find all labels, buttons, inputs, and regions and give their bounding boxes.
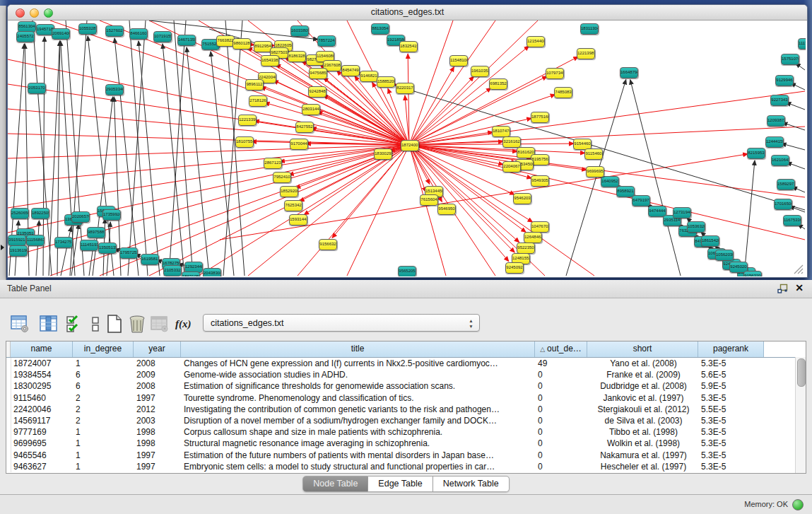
table-row[interactable]: 946554611997Estimation of the future num… — [6, 450, 806, 461]
column-header-in_degree[interactable]: in_degree — [73, 341, 134, 357]
graph-node[interactable]: 15931441 — [289, 214, 307, 226]
graph-node[interactable]: 9156320 — [743, 271, 762, 276]
column-header-short[interactable]: short — [587, 341, 698, 357]
graph-node[interactable]: 11175340 — [798, 38, 806, 49]
table-row[interactable]: 977716911998Corpus callosum shape and si… — [6, 426, 806, 438]
graph-node[interactable]: 18775160 — [531, 112, 549, 123]
vertical-scrollbar[interactable] — [795, 357, 806, 473]
graph-node[interactable]: 11548108 — [449, 55, 468, 66]
column-header-out_de[interactable]: △out_de… — [535, 341, 587, 357]
graph-node[interactable]: 10562030 — [715, 250, 734, 261]
graph-node[interactable]: 17957253 — [119, 247, 138, 259]
graph-node[interactable]: 3915921 — [8, 235, 26, 246]
graph-node[interactable]: 16210643 — [771, 155, 789, 166]
graph-node[interactable]: 25260650 — [11, 208, 29, 219]
graph-node[interactable]: 12648462 — [524, 232, 542, 243]
graph-node[interactable]: 1640952 — [601, 176, 619, 187]
graph-node[interactable]: 12213399 — [238, 115, 257, 126]
graph-node[interactable]: 9549305 — [531, 175, 549, 187]
graph-node[interactable]: 17342757 — [54, 237, 73, 248]
graph-node[interactable]: 2105332 — [163, 265, 182, 276]
graph-node[interactable]: 17359924 — [102, 209, 121, 221]
table-select-dropdown[interactable]: citations_edges.txt ▲▼ — [203, 314, 480, 332]
table-row[interactable]: 969969511998Structural magnetic resonanc… — [6, 438, 806, 449]
graph-node[interactable]: 10476702 — [531, 221, 549, 233]
column-visibility-icon[interactable] — [39, 314, 59, 334]
scrollbar-thumb[interactable] — [797, 358, 806, 387]
graph-node[interactable]: 18631050 — [182, 271, 200, 276]
table-row[interactable]: 1456911722003Disruption of a novel membe… — [6, 415, 806, 426]
graph-node[interactable]: 12093872 — [767, 115, 785, 127]
graph-node[interactable]: 15885200 — [377, 76, 395, 88]
graph-node[interactable]: 8220317 — [396, 83, 414, 94]
graph-node[interactable]: 18529200 — [280, 186, 298, 197]
graph-node[interactable]: 12444159 — [765, 136, 784, 148]
graph-node[interactable]: 9170044 — [290, 139, 308, 150]
tab-edge-table[interactable]: Edge Table — [368, 476, 433, 492]
table-row[interactable]: 946362711997Embryonic stem cells: a mode… — [6, 461, 806, 472]
graph-node[interactable]: 15751074 — [781, 54, 799, 65]
graph-node[interactable]: 9129946 — [775, 75, 794, 86]
graph-node[interactable]: 9699695 — [586, 166, 604, 177]
graph-node[interactable]: 6479197 — [632, 195, 650, 206]
new-column-icon[interactable] — [105, 314, 124, 334]
graph-node[interactable]: 7615604 — [420, 194, 438, 206]
graph-node[interactable]: 20691406 — [52, 28, 70, 40]
graph-node[interactable]: 2053170 — [28, 83, 46, 94]
graph-node[interactable]: 9896112 — [245, 79, 264, 90]
graph-node[interactable]: 8454749 — [341, 65, 360, 76]
graph-node[interactable]: 17016504 — [774, 199, 792, 210]
float-panel-icon[interactable] — [777, 284, 788, 294]
column-header-pagerank[interactable]: pagerank — [698, 341, 764, 357]
graph-node[interactable]: 19136190 — [9, 245, 28, 257]
graph-node[interactable]: 10797349 — [546, 68, 564, 79]
table-options-icon[interactable] — [10, 314, 30, 334]
table-row[interactable]: 1830029562008Estimation of significance … — [6, 380, 806, 392]
graph-node[interactable]: 9245092 — [505, 262, 524, 274]
graph-node[interactable]: 12731940 — [673, 207, 691, 218]
graph-node[interactable]: 9115460 — [584, 148, 603, 160]
graph-node[interactable]: 16543382 — [261, 55, 279, 66]
graph-node[interactable]: 18325419 — [399, 41, 418, 52]
graph-node[interactable]: 11156863 — [26, 235, 45, 246]
graph-node[interactable]: 18300295 — [374, 148, 392, 160]
graph-node[interactable]: 14671355 — [177, 35, 196, 46]
graph-node[interactable]: 8186328 — [288, 51, 306, 62]
graph-node[interactable]: 2405572 — [16, 31, 35, 42]
column-header-name[interactable]: name — [11, 341, 73, 357]
graph-node[interactable]: 18107554 — [235, 136, 254, 148]
control-panel-collapsed-strip[interactable] — [0, 6, 6, 280]
close-panel-icon[interactable]: ✕ — [795, 282, 804, 293]
graph-node[interactable]: 3216162 — [502, 136, 521, 148]
graph-node[interactable]: 11145193 — [80, 240, 98, 251]
graph-node[interactable]: 9546950 — [437, 204, 456, 215]
graph-node[interactable]: 9242848 — [308, 86, 326, 98]
graph-node[interactable]: 2803144 — [302, 104, 320, 115]
graph-node[interactable]: 8215953 — [747, 148, 765, 159]
graph-node[interactable]: 9860128 — [233, 38, 251, 49]
graph-node[interactable]: 12213987 — [577, 48, 595, 59]
graph-node[interactable]: 9565205 — [398, 266, 416, 276]
memory-status-indicator[interactable] — [792, 499, 804, 510]
graph-node[interactable]: 18311304 — [580, 23, 599, 35]
table-row[interactable]: 2242004622012Investigating the contribut… — [6, 404, 806, 415]
row-selection-icon[interactable] — [65, 314, 85, 334]
delete-column-icon[interactable] — [127, 314, 147, 334]
checkbox-list-icon[interactable] — [86, 314, 106, 334]
graph-node[interactable]: 8813054 — [371, 23, 389, 35]
graph-node[interactable]: 29053346 — [105, 84, 124, 95]
graph-node[interactable]: 9146821 — [360, 71, 378, 82]
window-resize-grip[interactable] — [792, 263, 804, 274]
column-header-title[interactable]: title — [181, 341, 535, 357]
tab-node-table[interactable]: Node Table — [302, 476, 368, 492]
graph-node[interactable]: 9522350 — [517, 243, 535, 254]
graph-node[interactable]: 15892971 — [777, 179, 795, 190]
graph-node[interactable]: 10553287 — [78, 23, 97, 35]
graph-node[interactable]: 20438304 — [203, 268, 221, 276]
graph-node[interactable]: 9546203 — [513, 193, 531, 204]
table-row[interactable]: 911546021997Tourette syndrome. Phenomeno… — [6, 392, 806, 404]
graph-node[interactable]: 7485083 — [554, 87, 572, 98]
graph-node[interactable]: 18922505 — [31, 208, 49, 219]
table-row[interactable]: 1872400712008Changes of HCN gene express… — [6, 358, 806, 369]
graph-node[interactable]: 16033809 — [290, 25, 309, 37]
